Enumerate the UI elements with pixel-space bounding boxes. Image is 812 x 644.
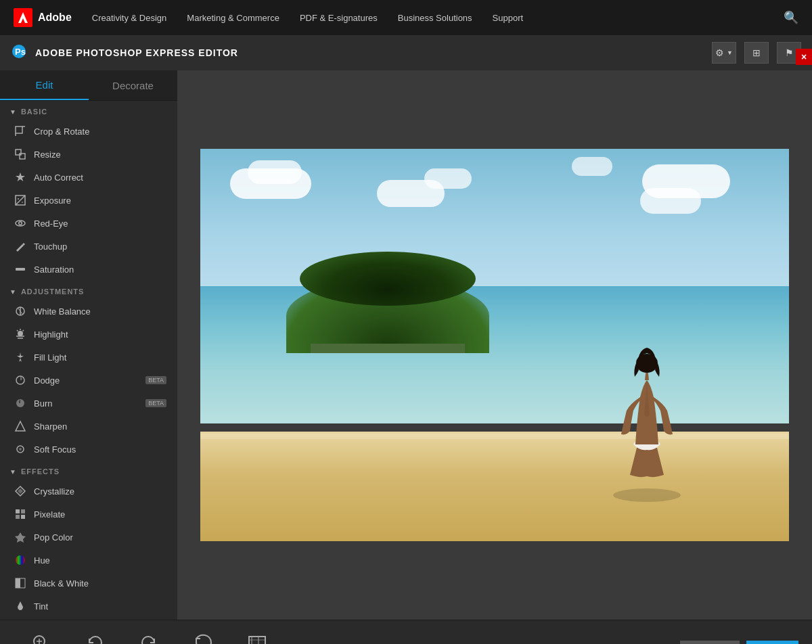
menu-item-filllight[interactable]: Fill Light bbox=[0, 346, 177, 369]
popcolor-icon bbox=[14, 530, 27, 544]
zoom-button[interactable]: Zoom bbox=[14, 633, 68, 645]
menu-item-crystallize[interactable]: Crystallize bbox=[0, 480, 177, 503]
main-image bbox=[200, 149, 789, 541]
burn-label: Burn bbox=[34, 398, 52, 409]
nav-marketing[interactable]: Marketing & Commerce bbox=[187, 13, 279, 23]
menu-item-redeye[interactable]: Red-Eye bbox=[0, 212, 177, 235]
section-basic-header[interactable]: ▼ BASIC bbox=[0, 101, 177, 120]
search-icon[interactable]: 🔍 bbox=[784, 10, 798, 25]
svg-line-9 bbox=[16, 196, 25, 205]
top-navigation: Adobe Creativity & Design Marketing & Co… bbox=[0, 0, 812, 35]
redo-icon bbox=[139, 633, 158, 645]
view-original-button[interactable]: View Original bbox=[230, 633, 284, 645]
menu-item-resize[interactable]: Resize bbox=[0, 143, 177, 166]
svg-rect-33 bbox=[21, 515, 25, 519]
menu-item-sketch[interactable]: Sketch bbox=[0, 618, 177, 620]
dodge-icon bbox=[14, 373, 27, 387]
dodge-label: Dodge bbox=[34, 375, 60, 386]
menu-item-whitebalance[interactable]: White Balance bbox=[0, 300, 177, 323]
hue-icon bbox=[14, 553, 27, 567]
svg-point-38 bbox=[613, 488, 681, 502]
woman-figure bbox=[593, 299, 701, 502]
redo-button[interactable]: Redo bbox=[122, 633, 176, 645]
adobe-brand-name: Adobe bbox=[38, 12, 72, 24]
nav-creativity[interactable]: Creativity & Design bbox=[92, 13, 167, 23]
sidebar: Edit Decorate ▼ BASIC Crop & Rotate bbox=[0, 70, 177, 620]
crystallize-icon bbox=[14, 484, 27, 498]
reset-button[interactable]: Reset bbox=[176, 633, 230, 645]
crystallize-label: Crystallize bbox=[34, 486, 74, 497]
menu-item-tint[interactable]: Tint bbox=[0, 595, 177, 618]
nav-business[interactable]: Business Solutions bbox=[398, 13, 472, 23]
app-logo-icon: Ps bbox=[11, 43, 27, 63]
menu-item-highlight[interactable]: Highlight bbox=[0, 323, 177, 346]
cloud-6 bbox=[640, 188, 701, 214]
svg-rect-7 bbox=[20, 154, 25, 159]
burn-icon bbox=[14, 396, 27, 410]
svg-text:Ps: Ps bbox=[15, 47, 26, 57]
redeye-icon bbox=[14, 216, 27, 230]
zoom-icon bbox=[31, 633, 50, 645]
close-button[interactable]: × bbox=[796, 49, 812, 65]
menu-item-exposure[interactable]: Exposure bbox=[0, 189, 177, 212]
shoreline bbox=[200, 434, 789, 439]
canvas-area bbox=[177, 70, 812, 620]
section-adjustments-arrow: ▼ bbox=[9, 288, 17, 296]
saturation-icon bbox=[14, 262, 27, 276]
menu-item-autocorrect[interactable]: Auto Correct bbox=[0, 166, 177, 189]
adobe-logo[interactable]: Adobe bbox=[14, 8, 72, 27]
island bbox=[259, 258, 516, 353]
close-icon: × bbox=[801, 51, 807, 62]
menu-item-dodge[interactable]: Dodge BETA bbox=[0, 369, 177, 392]
svg-marker-29 bbox=[18, 488, 23, 494]
section-adjustments-header[interactable]: ▼ ADJUSTMENTS bbox=[0, 281, 177, 300]
cancel-button[interactable]: Cancel bbox=[680, 641, 740, 645]
section-basic-arrow: ▼ bbox=[9, 108, 17, 116]
menu-item-saturation[interactable]: Saturation bbox=[0, 258, 177, 281]
right-buttons: Cancel Done bbox=[680, 641, 798, 645]
resize-icon bbox=[14, 147, 27, 161]
tab-bar: Edit Decorate bbox=[0, 70, 177, 101]
autocorrect-label: Auto Correct bbox=[34, 172, 83, 183]
highlight-label: Highlight bbox=[34, 329, 68, 340]
pixelate-icon bbox=[14, 507, 27, 521]
pixelate-label: Pixelate bbox=[34, 509, 65, 520]
menu-item-sharpen[interactable]: Sharpen bbox=[0, 415, 177, 438]
menu-item-popcolor[interactable]: Pop Color bbox=[0, 526, 177, 549]
softfocus-label: Soft Focus bbox=[34, 444, 76, 455]
svg-point-34 bbox=[16, 555, 25, 565]
autocorrect-icon bbox=[14, 170, 27, 184]
svg-rect-32 bbox=[16, 515, 20, 519]
menu-item-pixelate[interactable]: Pixelate bbox=[0, 503, 177, 526]
nav-support[interactable]: Support bbox=[493, 13, 524, 23]
cloud-4 bbox=[424, 168, 472, 189]
menu-item-blackwhite[interactable]: Black & White bbox=[0, 572, 177, 595]
menu-item-softfocus[interactable]: Soft Focus bbox=[0, 438, 177, 461]
view-original-icon bbox=[248, 633, 267, 645]
section-effects-label: EFFECTS bbox=[21, 467, 60, 476]
menu-item-touchup[interactable]: Touchup bbox=[0, 235, 177, 258]
filllight-label: Fill Light bbox=[34, 352, 66, 363]
svg-line-21 bbox=[17, 330, 18, 331]
svg-rect-46 bbox=[249, 639, 265, 641]
popcolor-label: Pop Color bbox=[34, 532, 73, 543]
section-effects-arrow: ▼ bbox=[9, 468, 17, 476]
menu-item-hue[interactable]: Hue bbox=[0, 549, 177, 572]
undo-button[interactable]: Undo bbox=[68, 633, 122, 645]
settings-button[interactable]: ⚙ ▼ bbox=[712, 42, 736, 64]
svg-point-27 bbox=[19, 448, 22, 451]
dodge-beta-badge: BETA bbox=[145, 376, 166, 384]
saturation-label: Saturation bbox=[34, 264, 74, 275]
touchup-icon bbox=[14, 239, 27, 253]
whitebalance-label: White Balance bbox=[34, 306, 91, 317]
crop-icon bbox=[14, 124, 27, 138]
tab-decorate[interactable]: Decorate bbox=[89, 70, 177, 100]
view-button[interactable]: ⊞ bbox=[744, 42, 769, 64]
tab-edit[interactable]: Edit bbox=[0, 70, 89, 100]
menu-item-crop[interactable]: Crop & Rotate bbox=[0, 120, 177, 143]
menu-item-burn[interactable]: Burn BETA bbox=[0, 392, 177, 415]
done-button[interactable]: Done bbox=[746, 641, 798, 645]
nav-pdf[interactable]: PDF & E-signatures bbox=[300, 13, 378, 23]
section-effects-header[interactable]: ▼ EFFECTS bbox=[0, 461, 177, 480]
main-layout: Edit Decorate ▼ BASIC Crop & Rotate bbox=[0, 70, 812, 620]
